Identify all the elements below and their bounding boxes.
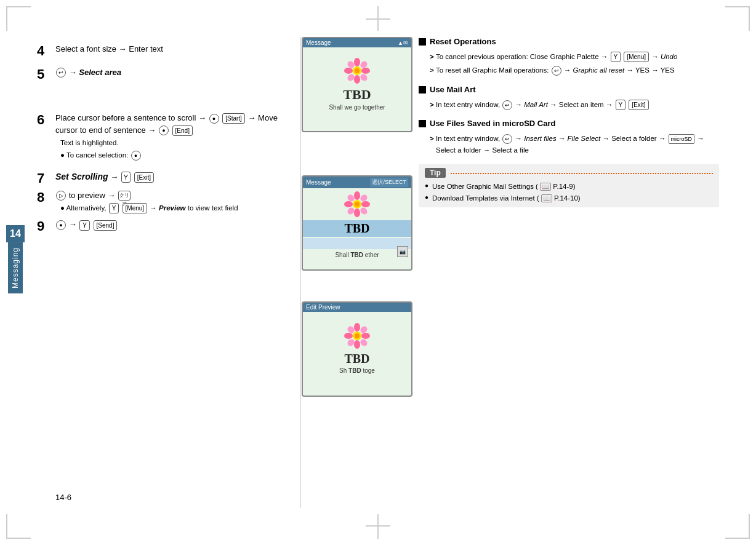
phone-screen-2: Message 選択/SELECT TBD [302,175,412,271]
screen-2-highlight [303,238,411,249]
step-5-arrow: → [69,68,79,77]
screen-3-graphic: TBD Sh TBD toge [303,312,411,386]
mailart-exit-icon: Y [616,100,626,110]
microsd-filesel-text: File Select [568,135,601,142]
svg-point-23 [354,323,360,332]
right-panel: Reset Operations To cancel previous oper… [419,37,719,508]
step-8-note1: ● Alternatively, Y [Menu] → Preview to v… [55,203,302,213]
section-mailart: Use Mail Art In text entry window, ↩ → M… [419,85,719,110]
step-8-content: ▷ to preview → クリア ● Alternatively, Y [M… [55,189,302,214]
svg-point-1 [354,58,360,66]
mailart-label: Mail Art [524,101,548,108]
step-7-italic-text: Set Scrolling [55,172,108,181]
svg-point-32 [355,333,360,338]
section-reset-item-1: To cancel previous operation: Close Grap… [430,51,719,62]
screen-1-flower-svg [344,57,371,85]
section-mailart-square [419,86,426,93]
step-6-end-btn: [End] [172,125,193,136]
mailart-icon: ↩ [502,100,512,110]
step-4: 4 Select a font size → Enter text [37,43,302,55]
screen-3-header: Edit Preview [303,303,411,312]
step-9-arrow: → [69,220,79,229]
microsd-insert-text: Insert files [524,135,556,142]
step-7-exit-btn: Y [121,172,131,183]
screen-1-tbd-text: TBD [343,87,371,103]
tip-box: Tip Use Other Graphic Mail Settings ( 📖 … [419,164,719,207]
step-4-number: 4 [37,43,52,59]
step-8-clear-icon: クリア [118,191,131,201]
vertical-divider [300,37,301,508]
corner-decoration-tr [725,6,750,31]
phone-screen-3: Edit Preview TBD Sh TBD toge [302,301,412,397]
page-category-label: Messaging [8,242,23,293]
step-9-send-icon: ● [56,220,66,230]
step-6-note2: ● To cancel selection: ● [55,150,302,161]
screen-3-tbd-text: TBD [344,352,369,366]
svg-point-12 [354,191,360,200]
corner-decoration-br [725,514,750,539]
screenshots-column: Message ▲✉ TBD [302,37,416,508]
step-6-content: Place cursor before a sentence to scroll… [55,112,302,161]
step-8-menu-btn: [Menu] [123,203,148,213]
page-ref: 14-6 [55,493,71,502]
section-reset-square [419,38,426,46]
screen-2-title: Message [306,179,331,186]
page-sidebar: 14 Messaging [6,225,25,293]
reset-menu-btn: [Menu] [624,52,649,62]
step-7-arrow: → [110,172,121,181]
tip-header: Tip [425,168,713,178]
section-mailart-title: Use Mail Art [430,85,476,94]
screen-2-caption: Shall TBD ether [332,250,381,260]
step-5-content: ↩ → Select area [55,66,302,79]
step-9-send-btn: [Send] [94,220,118,231]
reset-all-text: Graphic all reset [573,66,625,74]
step-6-start-btn: [Start] [222,113,245,124]
step-9-y-icon: Y [79,220,90,231]
screen-1-caption: Shall we go together [326,103,387,112]
corner-decoration-bl [6,514,31,539]
svg-point-8 [359,73,369,82]
tip-item-2: Download Templates via Internet ( 📖 P.14… [425,193,713,204]
reset-undo-text: Undo [661,53,678,60]
step-8-text1: to preview → [69,191,118,200]
mailart-exit-btn: [Exit] [629,100,648,110]
tip-label: Tip [425,168,446,178]
step-4-text: Select a font size → Enter text [55,44,163,54]
svg-point-19 [359,206,369,216]
section-mailart-header: Use Mail Art [419,85,719,94]
section-mailart-body: In text entry window, ↩ → Mail Art → Sel… [430,99,719,110]
step-9: 9 ● → Y [Send] [37,218,302,231]
tip-item-1: Use Other Graphic Mail Settings ( 📖 P.14… [425,181,713,192]
svg-point-24 [354,340,360,349]
step-9-number: 9 [37,218,52,234]
step-6: 6 Place cursor before a sentence to scro… [37,112,302,161]
section-microsd-item-1: In text entry window, ↩ → Insert files →… [430,133,719,156]
svg-point-21 [355,202,360,207]
step-7-exit-label: [Exit] [134,172,154,183]
step-6-cancel-icon: ● [131,151,141,161]
step-8-number: 8 [37,189,52,205]
svg-point-15 [361,201,370,207]
screen-1-title: Message [306,39,331,46]
reset-all-icon: ↩ [552,66,561,76]
screen-3-flower-svg [344,322,371,350]
screen-1-icons: ▲✉ [398,40,408,46]
screen-2-flower-svg [344,191,371,218]
page-number-box: 14 [6,225,25,242]
step-6-start-icon: ● [209,114,219,124]
svg-point-10 [355,68,360,73]
svg-point-4 [361,68,370,74]
step-5: 5 ↩ → Select area [37,66,302,79]
section-reset-header: Reset Operations [419,37,719,46]
screen-1-header: Message ▲✉ [303,38,411,47]
step-6-note1: Text is highlighted. [55,138,302,148]
section-microsd-title: Use Files Saved in microSD Card [430,119,555,128]
reset-menu-icon: Y [611,52,621,62]
step-6-end-icon: ● [159,125,169,135]
section-mailart-item-1: In text entry window, ↩ → Mail Art → Sel… [430,99,719,110]
step-6-text-before: Place cursor before a sentence to scroll… [55,113,209,122]
section-microsd: Use Files Saved in microSD Card In text … [419,119,719,156]
left-panel: 4 Select a font size → Enter text 5 ↩ → … [37,37,302,508]
microsd-btn: microSD [669,134,695,144]
tip-dots [451,173,713,174]
